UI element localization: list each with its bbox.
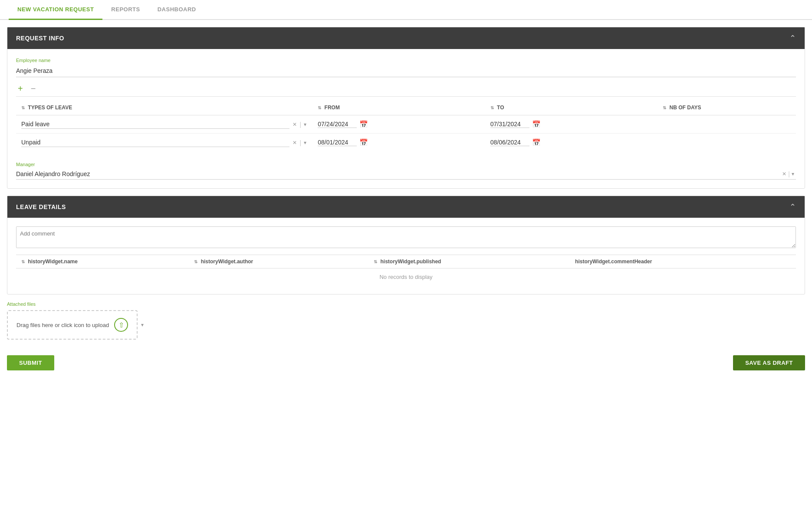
to-calendar-icon-1[interactable]: 📅: [532, 120, 541, 128]
history-col-author[interactable]: ⇅ historyWidget.author: [189, 255, 368, 268]
history-table-head: ⇅ historyWidget.name ⇅ historyWidget.aut…: [16, 255, 796, 268]
drop-zone[interactable]: Drag files here or click icon to upload …: [7, 310, 138, 340]
to-date-input-1[interactable]: [490, 121, 529, 128]
to-calendar-icon-2[interactable]: 📅: [532, 138, 541, 147]
no-records-text: No records to display: [16, 268, 796, 286]
leave-details-title: LEAVE DETAILS: [16, 203, 66, 210]
from-calendar-icon-2[interactable]: 📅: [359, 138, 368, 147]
leave-table-body: ✕ | ▾ 📅: [16, 115, 796, 152]
upload-icon[interactable]: ⇧: [114, 318, 128, 332]
leave-type-input-1[interactable]: [21, 120, 289, 129]
leave-type-cell-1: ✕ | ▾: [16, 115, 312, 134]
drop-zone-text: Drag files here or click icon to upload: [16, 322, 109, 328]
sort-nbdays-icon: ⇅: [663, 105, 666, 110]
manager-field-wrap: ✕ | ▾: [16, 169, 796, 180]
attached-files-section: Attached files Drag files here or click …: [7, 301, 805, 340]
comment-textarea[interactable]: [16, 226, 796, 248]
to-cell-1: 📅: [485, 115, 658, 134]
attached-files-label: Attached files: [7, 301, 805, 307]
upload-arrow-icon: ⇧: [118, 321, 124, 329]
app-container: NEW VACATION REQUEST REPORTS DASHBOARD R…: [0, 0, 812, 527]
sort-to-icon: ⇅: [490, 105, 494, 110]
to-date-input-2[interactable]: [490, 139, 529, 146]
nb-days-cell-2: [657, 134, 796, 152]
row-actions: + −: [16, 84, 796, 93]
tab-reports[interactable]: REPORTS: [102, 0, 148, 20]
from-date-input-2[interactable]: [318, 139, 357, 146]
tab-dashboard[interactable]: DASHBOARD: [149, 0, 205, 20]
leave-type-dropdown-2[interactable]: ▾: [303, 140, 307, 146]
col-from[interactable]: ⇅ FROM: [312, 100, 485, 115]
tab-new-vacation[interactable]: NEW VACATION REQUEST: [9, 0, 102, 20]
history-table-body: No records to display: [16, 268, 796, 286]
history-col-published[interactable]: ⇅ historyWidget.published: [368, 255, 570, 268]
request-info-header: REQUEST INFO ⌃: [7, 27, 805, 49]
drop-zone-chevron-icon[interactable]: ▾: [141, 322, 144, 328]
employee-name-group: Employee name: [16, 58, 796, 77]
from-calendar-icon-1[interactable]: 📅: [359, 120, 368, 128]
employee-name-label: Employee name: [16, 58, 796, 63]
col-nb-days[interactable]: ⇅ NB OF DAYS: [657, 100, 796, 115]
request-info-title: REQUEST INFO: [16, 35, 64, 42]
tabs-bar: NEW VACATION REQUEST REPORTS DASHBOARD: [0, 0, 812, 20]
manager-dropdown-button[interactable]: ▾: [790, 171, 796, 177]
to-cell-2: 📅: [485, 134, 658, 152]
add-row-button[interactable]: +: [16, 84, 25, 93]
nb-days-cell-1: [657, 115, 796, 134]
request-info-body: Employee name + − ⇅ TYPES OF LEAVE: [7, 49, 805, 188]
manager-label: Manager: [16, 162, 796, 167]
leave-table: ⇅ TYPES OF LEAVE ⇅ FROM ⇅ TO ⇅: [16, 100, 796, 151]
table-row: ✕ | ▾ 📅: [16, 115, 796, 134]
request-info-section: REQUEST INFO ⌃ Employee name + − ⇅: [7, 27, 805, 189]
cell-sep-1: |: [300, 121, 302, 128]
leave-type-clear-2[interactable]: ✕: [291, 140, 298, 146]
from-cell-1: 📅: [312, 115, 485, 134]
leave-type-input-2[interactable]: [21, 138, 289, 147]
leave-type-clear-1[interactable]: ✕: [291, 121, 298, 128]
history-table: ⇅ historyWidget.name ⇅ historyWidget.aut…: [16, 255, 796, 285]
col-type[interactable]: ⇅ TYPES OF LEAVE: [16, 100, 312, 115]
sort-published-icon: ⇅: [374, 259, 377, 264]
from-cell-2: 📅: [312, 134, 485, 152]
manager-input[interactable]: [16, 170, 780, 177]
leave-details-section: LEAVE DETAILS ⌃ ⇅ historyWidget.name ⇅: [7, 196, 805, 295]
manager-section: Manager ✕ | ▾: [16, 158, 796, 180]
history-col-name[interactable]: ⇅ historyWidget.name: [16, 255, 189, 268]
divider-1: [16, 96, 796, 97]
cell-sep-2: |: [300, 139, 302, 146]
request-info-collapse-icon[interactable]: ⌃: [789, 33, 796, 43]
sort-from-icon: ⇅: [318, 105, 321, 110]
remove-row-button[interactable]: −: [29, 84, 38, 93]
leave-details-collapse-icon[interactable]: ⌃: [789, 202, 796, 212]
from-date-input-1[interactable]: [318, 121, 357, 128]
sort-author-icon: ⇅: [194, 259, 197, 264]
table-row: ✕ | ▾ 📅: [16, 134, 796, 152]
leave-type-dropdown-1[interactable]: ▾: [303, 121, 307, 128]
manager-clear-button[interactable]: ✕: [780, 171, 788, 177]
leave-table-head: ⇅ TYPES OF LEAVE ⇅ FROM ⇅ TO ⇅: [16, 100, 796, 115]
sort-name-icon: ⇅: [21, 259, 25, 264]
leave-type-cell-2: ✕ | ▾: [16, 134, 312, 152]
form-actions: SUBMIT SAVE AS DRAFT: [0, 347, 812, 379]
history-col-comment[interactable]: historyWidget.commentHeader: [570, 255, 796, 268]
col-to[interactable]: ⇅ TO: [485, 100, 658, 115]
leave-details-header: LEAVE DETAILS ⌃: [7, 196, 805, 218]
drop-zone-wrapper: Drag files here or click icon to upload …: [7, 310, 805, 340]
no-records-row: No records to display: [16, 268, 796, 286]
save-as-draft-button[interactable]: SAVE AS DRAFT: [733, 355, 805, 370]
submit-button[interactable]: SUBMIT: [7, 355, 54, 370]
sort-type-icon: ⇅: [21, 105, 25, 110]
leave-details-body: ⇅ historyWidget.name ⇅ historyWidget.aut…: [7, 218, 805, 294]
employee-name-input[interactable]: [16, 65, 796, 77]
